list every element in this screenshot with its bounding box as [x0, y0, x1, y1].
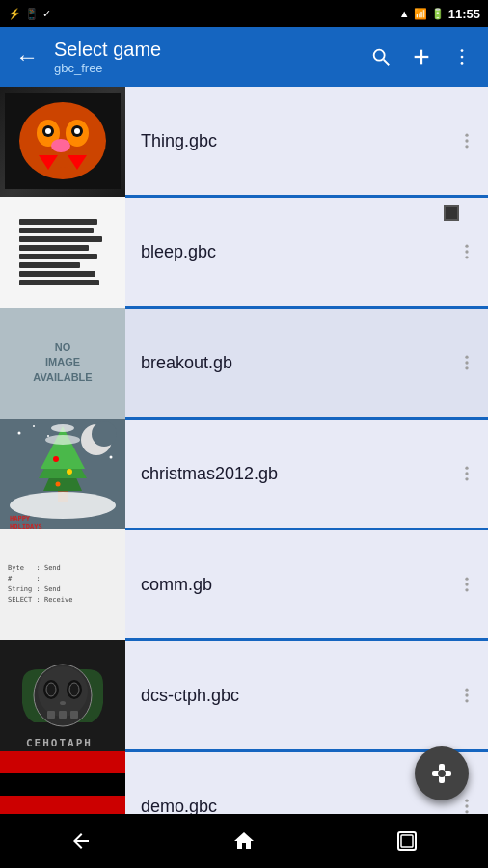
svg-point-33: [47, 435, 49, 437]
game-name: dcs-ctph.gbc: [125, 686, 446, 706]
svg-point-45: [67, 469, 72, 475]
list-item[interactable]: CEHOTAPH dcs-ctph.gbc: [0, 641, 488, 752]
svg-point-24: [465, 256, 468, 258]
svg-point-66: [465, 693, 468, 696]
svg-point-48: [465, 472, 468, 475]
game-menu-button[interactable]: [446, 227, 488, 277]
svg-point-27: [465, 366, 468, 369]
svg-point-21: [465, 145, 468, 148]
svg-point-20: [465, 139, 468, 142]
app-title: Select game: [54, 39, 355, 61]
battery-icon: 🔋: [431, 8, 445, 20]
game-thumbnail: [0, 197, 125, 308]
svg-text:CEHOTAPH: CEHOTAPH: [26, 737, 93, 749]
list-item[interactable]: demo.gbc: [0, 752, 488, 814]
nav-back-button[interactable]: [50, 822, 112, 860]
svg-point-60: [60, 701, 66, 705]
svg-point-19: [465, 134, 468, 137]
svg-rect-63: [70, 711, 78, 719]
svg-point-65: [465, 689, 468, 692]
svg-point-69: [465, 804, 468, 807]
app-subtitle: gbc_free: [54, 61, 355, 75]
status-icons-right: ▲ 📶 🔋 11:55: [399, 7, 480, 21]
game-name: christmas2012.gb: [125, 464, 446, 484]
svg-point-70: [465, 810, 468, 813]
svg-point-44: [53, 456, 59, 462]
svg-rect-62: [59, 711, 67, 719]
phone-icon: 📱: [25, 8, 39, 20]
signal-bars-icon: 📶: [414, 8, 427, 20]
svg-point-25: [465, 356, 468, 359]
wifi-icon: ▲: [399, 8, 410, 19]
svg-point-39: [51, 424, 74, 432]
svg-point-52: [465, 588, 468, 591]
bleep-graphic: [19, 219, 106, 285]
svg-text:HOLIDAYS: HOLIDAYS: [10, 523, 42, 529]
game-name: demo.gbc: [125, 797, 446, 815]
game-name: bleep.gbc: [125, 242, 446, 262]
svg-point-51: [465, 583, 468, 585]
svg-point-5: [461, 56, 464, 59]
game-menu-button[interactable]: [446, 559, 488, 610]
svg-point-49: [465, 477, 468, 480]
svg-point-67: [465, 699, 468, 702]
task-icon: ✓: [42, 8, 51, 20]
list-item[interactable]: HAPPY HOLIDAYS christmas2012.gb: [0, 420, 488, 530]
svg-point-26: [465, 361, 468, 364]
status-icons-left: ⚡ 📱 ✓: [8, 8, 51, 20]
back-button[interactable]: ←: [8, 36, 46, 78]
bottom-nav: [0, 814, 488, 868]
app-bar: ← Select game gbc_free: [0, 27, 488, 87]
game-name: breakout.gb: [125, 353, 446, 373]
list-item[interactable]: Byte : Send # : String : Send SELECT : R…: [0, 530, 488, 641]
game-thumbnail: Byte : Send # : String : Send SELECT : R…: [0, 529, 125, 640]
svg-rect-75: [401, 835, 413, 847]
game-name: Thing.gbc: [125, 131, 446, 151]
svg-point-17: [45, 128, 51, 134]
svg-point-6: [461, 62, 464, 65]
svg-rect-61: [47, 711, 55, 719]
game-thumbnail: [0, 751, 125, 815]
svg-point-40: [45, 435, 80, 445]
svg-point-59: [69, 683, 79, 696]
svg-point-50: [465, 578, 468, 581]
game-name: comm.gb: [125, 575, 446, 595]
svg-point-68: [465, 800, 468, 802]
app-bar-titles: Select game gbc_free: [54, 39, 355, 75]
usb-icon: ⚡: [8, 8, 21, 20]
add-button[interactable]: [403, 39, 440, 75]
svg-point-47: [465, 467, 468, 470]
nav-recents-button[interactable]: [376, 822, 438, 860]
game-menu-button[interactable]: [446, 116, 488, 166]
fab-button[interactable]: [415, 746, 469, 800]
game-menu-button[interactable]: [446, 338, 488, 388]
no-image-label: NOIMAGEAVAILABLE: [33, 340, 92, 385]
svg-line-1: [384, 60, 390, 66]
nav-home-button[interactable]: [213, 822, 275, 860]
list-item[interactable]: bleep.gbc: [0, 198, 488, 309]
game-thumbnail: NOIMAGEAVAILABLE: [0, 308, 125, 419]
svg-point-73: [438, 770, 446, 777]
svg-point-4: [461, 49, 464, 52]
svg-point-32: [33, 425, 35, 427]
game-list: Thing.gbc bleep.gbc: [0, 87, 488, 814]
svg-point-34: [110, 455, 113, 458]
comm-code-text: Byte : Send # : String : Send SELECT : R…: [8, 563, 118, 607]
game-thumbnail: [0, 87, 125, 197]
list-item[interactable]: NOIMAGEAVAILABLE breakout.gb: [0, 309, 488, 420]
search-button[interactable]: [363, 39, 399, 75]
svg-text:HAPPY: HAPPY: [10, 515, 31, 523]
more-options-button[interactable]: [444, 39, 480, 75]
game-thumbnail: CEHOTAPH: [0, 640, 125, 751]
svg-point-30: [92, 421, 117, 447]
svg-point-46: [56, 481, 61, 486]
svg-point-31: [18, 431, 21, 434]
svg-point-58: [46, 683, 56, 696]
list-item[interactable]: Thing.gbc: [0, 87, 488, 198]
game-menu-button[interactable]: [446, 670, 488, 720]
svg-point-18: [74, 128, 80, 134]
status-bar: ⚡ 📱 ✓ ▲ 📶 🔋 11:55: [0, 0, 488, 27]
game-menu-button[interactable]: [446, 448, 488, 499]
svg-point-23: [465, 250, 468, 253]
svg-point-22: [465, 245, 468, 248]
